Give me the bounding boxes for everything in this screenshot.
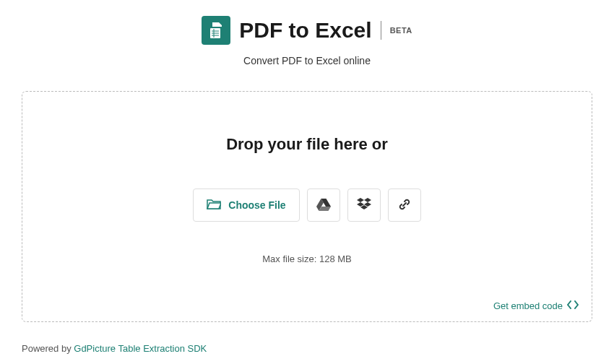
dropbox-button[interactable] xyxy=(347,188,381,222)
url-link-button[interactable] xyxy=(388,188,421,222)
powered-by-link[interactable]: GdPicture Table Extraction SDK xyxy=(74,343,207,354)
choose-file-label: Choose File xyxy=(228,199,285,211)
dropzone[interactable]: Drop your file here or Choose File xyxy=(22,91,592,322)
max-file-size: Max file size: 128 MB xyxy=(37,254,577,264)
powered-by-prefix: Powered by xyxy=(22,343,74,354)
choose-file-button[interactable]: Choose File xyxy=(193,188,299,222)
drop-title: Drop your file here or xyxy=(37,135,577,154)
google-drive-button[interactable] xyxy=(307,188,340,222)
embed-link-label: Get embed code xyxy=(493,300,563,311)
code-icon xyxy=(567,300,579,311)
folder-icon xyxy=(207,199,221,212)
max-size-prefix: Max file size: xyxy=(262,254,319,264)
header: PDF to Excel BETA Convert PDF to Excel o… xyxy=(0,0,614,79)
logo-row: PDF to Excel BETA xyxy=(0,16,614,45)
subtitle: Convert PDF to Excel online xyxy=(0,55,614,66)
dropbox-icon xyxy=(357,198,371,213)
max-size-value: 128 MB xyxy=(319,254,352,264)
beta-divider xyxy=(381,21,381,40)
link-icon xyxy=(397,197,412,214)
pdf-excel-logo-icon xyxy=(202,16,230,45)
upload-button-row: Choose File xyxy=(37,188,577,222)
footer: Powered by GdPicture Table Extraction SD… xyxy=(22,343,207,354)
google-drive-icon xyxy=(316,198,331,213)
get-embed-code-link[interactable]: Get embed code xyxy=(493,300,579,311)
beta-badge: BETA xyxy=(390,26,412,35)
page-title: PDF to Excel xyxy=(239,18,371,43)
